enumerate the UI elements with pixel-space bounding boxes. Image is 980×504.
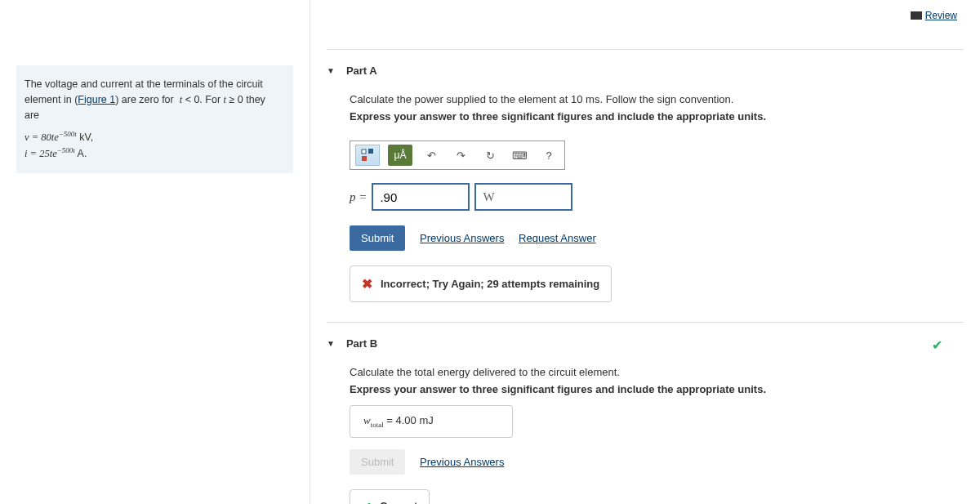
submit-button[interactable]: Submit	[350, 225, 405, 251]
right-panel: Review ▼ Part A Calculate the power supp…	[310, 0, 980, 504]
previous-answers-link-b[interactable]: Previous Answers	[420, 456, 504, 468]
equation-i: i = 25te−500t A.	[24, 145, 282, 162]
part-b-check-icon: ✔	[932, 337, 942, 353]
submit-row-b: Submit Previous Answers	[350, 449, 964, 475]
part-b-answer-display: wtotal = 4.00 mJ	[350, 405, 513, 438]
part-b-instr2: Express your answer to three significant…	[350, 383, 964, 395]
svg-rect-1	[368, 149, 373, 154]
part-b-instr1: Calculate the total energy delivered to …	[350, 366, 964, 378]
part-a-instr2: Express your answer to three significant…	[350, 110, 964, 123]
part-a-instr1: Calculate the power supplied to the elem…	[350, 93, 964, 105]
equation-v: v = 80te−500t kV,	[24, 129, 282, 145]
part-a-title: Part A	[346, 65, 377, 77]
keyboard-icon[interactable]: ⌨	[509, 145, 530, 166]
feedback-incorrect: ✖ Incorrect; Try Again; 29 attempts rema…	[350, 265, 612, 302]
undo-icon[interactable]: ↶	[421, 145, 442, 166]
help-icon[interactable]: ?	[538, 145, 559, 166]
part-b-section: ✔ ▼ Part B Calculate the total energy de…	[327, 322, 964, 504]
feedback-correct: ✔ Correct	[350, 489, 430, 504]
check-icon: ✔	[362, 500, 372, 504]
part-a-header[interactable]: ▼ Part A	[327, 65, 964, 77]
templates-icon[interactable]	[355, 145, 380, 166]
value-input[interactable]	[372, 183, 470, 211]
unit-input[interactable]	[474, 183, 572, 211]
request-answer-link[interactable]: Request Answer	[519, 232, 596, 244]
redo-icon[interactable]: ↷	[450, 145, 471, 166]
wtotal-symbol: wtotal	[363, 414, 384, 426]
review-link[interactable]: Review	[925, 10, 957, 21]
previous-answers-link[interactable]: Previous Answers	[420, 232, 504, 244]
figure-link[interactable]: Figure 1	[78, 94, 115, 105]
submit-row: Submit Previous Answers Request Answer	[350, 225, 964, 251]
svg-rect-2	[362, 156, 367, 161]
submit-button-disabled: Submit	[350, 449, 405, 475]
part-b-header[interactable]: ▼ Part B	[327, 337, 964, 350]
collapse-icon: ▼	[327, 66, 335, 75]
top-links: Review	[911, 10, 957, 21]
svg-rect-0	[362, 149, 366, 154]
feedback-text-b: Correct	[380, 500, 417, 504]
reset-icon[interactable]: ↻	[479, 145, 501, 166]
units-icon[interactable]: μÅ	[388, 145, 412, 166]
problem-statement: The voltage and current at the terminals…	[16, 65, 293, 173]
feedback-text: Incorrect; Try Again; 29 attempts remain…	[381, 278, 599, 290]
x-icon: ✖	[362, 276, 372, 292]
part-b-title: Part B	[346, 337, 377, 350]
part-a-section: ▼ Part A Calculate the power supplied to…	[327, 49, 964, 302]
answer-toolbar: μÅ ↶ ↷ ↻ ⌨ ?	[350, 140, 565, 170]
flag-icon	[911, 11, 922, 20]
left-panel: The voltage and current at the terminals…	[0, 0, 310, 504]
part-b-value-text: = 4.00 mJ	[384, 414, 434, 426]
variable-label: p =	[350, 190, 367, 204]
answer-row: p =	[350, 183, 964, 211]
collapse-icon: ▼	[327, 339, 335, 348]
